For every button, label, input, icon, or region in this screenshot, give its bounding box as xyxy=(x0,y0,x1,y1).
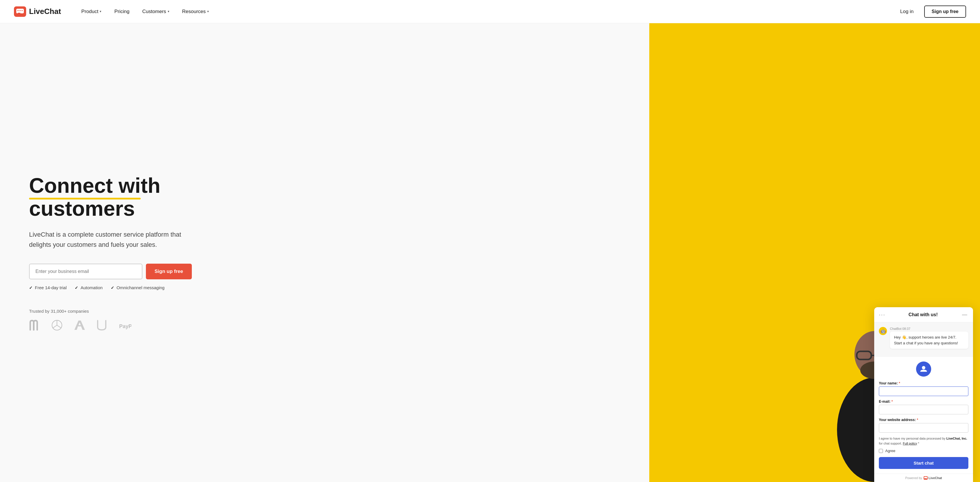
hero-subtext: LiveChat is a complete customer service … xyxy=(29,229,192,250)
perk-automation-label: Automation xyxy=(81,285,103,290)
nav-item-resources[interactable]: Resources ▾ xyxy=(176,6,215,17)
form-website-group: Your website address: * xyxy=(879,418,968,433)
nav-item-product[interactable]: Product ▾ xyxy=(75,6,108,17)
agree-label: Agree xyxy=(885,449,896,453)
chevron-down-icon: ▾ xyxy=(168,10,169,13)
form-name-group: Your name: * xyxy=(879,381,968,396)
check-icon: ✓ xyxy=(111,285,114,290)
check-icon: ✓ xyxy=(29,285,33,290)
chat-title: Chat with us! xyxy=(886,312,961,317)
website-label: Your website address: * xyxy=(879,418,968,422)
chat-name-input[interactable] xyxy=(879,387,968,396)
chat-options-button[interactable]: ··· xyxy=(879,311,886,318)
nav-links: Product ▾ Pricing Customers ▾ Resources … xyxy=(75,6,896,17)
form-email-group: E-mail: * xyxy=(879,400,968,414)
nav-right: Log in Sign up free xyxy=(896,6,966,18)
user-avatar xyxy=(916,362,931,377)
svg-line-8 xyxy=(57,325,61,328)
hero-heading-line2: customers xyxy=(29,197,135,220)
nav-item-pricing[interactable]: Pricing xyxy=(108,6,136,17)
chat-website-input[interactable] xyxy=(879,423,968,433)
hero-cta-button[interactable]: Sign up free xyxy=(146,264,192,279)
perk-omnichannel: ✓ Omnichannel messaging xyxy=(111,285,164,290)
chevron-down-icon: ▾ xyxy=(207,10,209,13)
required-star: * xyxy=(891,400,893,404)
hero-heading-line1: Connect with xyxy=(29,174,161,197)
login-button[interactable]: Log in xyxy=(896,6,918,17)
svg-rect-4 xyxy=(22,10,23,11)
agree-checkbox[interactable] xyxy=(879,449,883,453)
email-label: E-mail: * xyxy=(879,400,968,404)
chat-message-content: ChatBot 08:37 Hey 👋, support heroes are … xyxy=(890,327,968,349)
perk-automation: ✓ Automation xyxy=(75,285,103,290)
chat-body: 🤖 ChatBot 08:37 Hey 👋, support heroes ar… xyxy=(874,322,973,357)
full-policy-link[interactable]: Full policy xyxy=(903,442,917,445)
paypal-logo: PayPal xyxy=(119,319,131,331)
chat-header: ··· Chat with us! — xyxy=(874,307,973,322)
chat-bubble: Hey 👋, support heroes are live 24/7. Sta… xyxy=(890,331,968,349)
start-chat-button[interactable]: Start chat xyxy=(879,457,968,469)
svg-point-21 xyxy=(922,366,925,369)
perk-trial-label: Free 14-day trial xyxy=(35,285,67,290)
agree-row: Agree xyxy=(879,449,968,453)
chat-email-input[interactable] xyxy=(879,405,968,414)
svg-line-7 xyxy=(52,325,57,328)
perk-trial: ✓ Free 14-day trial xyxy=(29,285,67,290)
required-star: * xyxy=(917,418,918,422)
logo-text: LiveChat xyxy=(29,7,61,16)
consent-text: I agree to have my personal data process… xyxy=(879,436,968,446)
chat-msg-meta: ChatBot 08:37 xyxy=(890,327,968,330)
chat-form-area: Your name: * E-mail: * Your website addr… xyxy=(874,357,973,474)
hero-content: Connect with customers LiveChat is a com… xyxy=(0,157,539,349)
logo[interactable]: LiveChat xyxy=(14,6,61,17)
perks-list: ✓ Free 14-day trial ✓ Automation ✓ Omnic… xyxy=(29,285,525,290)
chevron-down-icon: ▾ xyxy=(100,10,102,13)
perk-omnichannel-label: Omnichannel messaging xyxy=(116,285,164,290)
mercedes-logo xyxy=(51,319,63,331)
chat-message-row: 🤖 ChatBot 08:37 Hey 👋, support heroes ar… xyxy=(879,327,968,349)
trusted-section: Trusted by 31,000+ companies xyxy=(29,309,525,331)
svg-text:PayPal: PayPal xyxy=(119,323,131,329)
navbar: LiveChat Product ▾ Pricing Customers ▾ R… xyxy=(0,0,980,23)
unilever-logo xyxy=(97,319,107,331)
hero-section: Connect with customers LiveChat is a com… xyxy=(0,23,980,482)
nav-signup-button[interactable]: Sign up free xyxy=(924,6,966,18)
name-label: Your name: * xyxy=(879,381,968,385)
adobe-logo xyxy=(75,319,85,331)
check-icon: ✓ xyxy=(75,285,78,290)
business-email-input[interactable] xyxy=(29,264,142,279)
chat-widget: ··· Chat with us! — 🤖 ChatBot 08:37 Hey … xyxy=(874,307,973,482)
powered-logo: LiveChat xyxy=(924,476,942,480)
nav-item-customers[interactable]: Customers ▾ xyxy=(136,6,175,17)
svg-rect-2 xyxy=(18,10,19,11)
required-star: * xyxy=(899,381,900,385)
email-signup-row: Sign up free xyxy=(29,264,192,279)
trusted-label: Trusted by 31,000+ companies xyxy=(29,309,525,314)
logos-row: PayPal xyxy=(29,319,525,331)
bot-avatar: 🤖 xyxy=(879,327,887,335)
chat-minimize-button[interactable]: — xyxy=(961,312,968,318)
svg-rect-3 xyxy=(19,10,21,11)
hero-heading: Connect with customers xyxy=(29,174,525,220)
powered-by: Powered by LiveChat xyxy=(874,474,973,482)
mcdonalds-logo xyxy=(29,319,40,331)
